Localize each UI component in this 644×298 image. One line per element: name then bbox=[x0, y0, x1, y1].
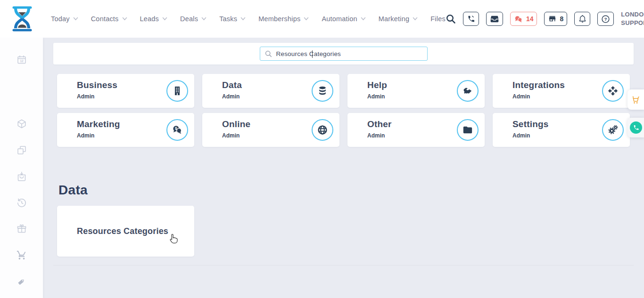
card-integrations[interactable]: Integrations Admin bbox=[493, 74, 630, 108]
cart-side-tab[interactable] bbox=[627, 89, 644, 110]
nav-label: Marketing bbox=[379, 15, 409, 23]
text-caret bbox=[312, 50, 313, 58]
nav-label: Leads bbox=[140, 15, 159, 23]
app-window: Today Contacts Leads Deals Tasks Members… bbox=[0, 0, 644, 298]
main-nav: Today Contacts Leads Deals Tasks Members… bbox=[51, 15, 446, 23]
card-help[interactable]: Help Admin bbox=[347, 74, 485, 108]
hourglass-logo[interactable] bbox=[11, 6, 33, 32]
card-title: Other bbox=[367, 119, 392, 129]
store-count-badge: 8 bbox=[560, 15, 563, 23]
nav-label: Contacts bbox=[91, 15, 119, 23]
resources-categories-card[interactable]: Resources Categories bbox=[57, 206, 194, 257]
nav-label: Automation bbox=[322, 15, 357, 23]
card-subtitle: Admin bbox=[512, 93, 530, 100]
handshake-icon bbox=[457, 80, 479, 102]
card-online[interactable]: Online Admin bbox=[202, 113, 339, 147]
card-other[interactable]: Other Admin bbox=[347, 113, 485, 147]
card-title: Business bbox=[77, 80, 117, 90]
chevron-down-icon bbox=[201, 17, 206, 21]
cube-icon[interactable] bbox=[17, 119, 27, 129]
top-header: Today Contacts Leads Deals Tasks Members… bbox=[0, 0, 644, 38]
phone-icon bbox=[467, 15, 475, 23]
chevron-down-icon bbox=[73, 17, 78, 21]
nav-item-marketing[interactable]: Marketing bbox=[379, 15, 418, 23]
comments-dollar-icon: $ bbox=[166, 119, 188, 141]
search-input-value: Resources Categories bbox=[276, 50, 341, 57]
tag-icon[interactable] bbox=[17, 276, 27, 287]
card-title: Settings bbox=[512, 119, 549, 129]
whatsapp-side-tab[interactable] bbox=[627, 118, 644, 137]
chevron-down-icon bbox=[122, 17, 127, 21]
move-arrows-icon bbox=[602, 80, 624, 102]
help-button[interactable]: ? bbox=[597, 12, 614, 26]
left-sidebar: 12 bbox=[0, 38, 43, 298]
gift-icon[interactable] bbox=[17, 224, 27, 234]
bag-import-icon[interactable] bbox=[17, 171, 27, 182]
svg-text:?: ? bbox=[604, 16, 607, 21]
search-icon[interactable] bbox=[446, 14, 456, 24]
cart-icon[interactable] bbox=[17, 250, 27, 260]
data-section-title: Data bbox=[58, 183, 88, 198]
card-title: Integrations bbox=[512, 80, 565, 90]
nav-label: Deals bbox=[180, 15, 198, 23]
card-subtitle: Admin bbox=[367, 132, 385, 139]
nav-label: Today bbox=[51, 15, 70, 23]
nav-label: Tasks bbox=[219, 15, 237, 23]
history-icon[interactable] bbox=[17, 198, 27, 208]
nav-item-contacts[interactable]: Contacts bbox=[91, 15, 127, 23]
search-bar-card: Resources Categories bbox=[53, 43, 634, 64]
nav-item-files[interactable]: Files bbox=[430, 15, 446, 23]
folder-icon bbox=[457, 119, 479, 141]
card-subtitle: Admin bbox=[222, 132, 239, 139]
messages-button[interactable]: 14 bbox=[510, 12, 537, 26]
card-subtitle: Admin bbox=[77, 132, 94, 139]
chat-bubbles-icon bbox=[514, 15, 523, 23]
messages-count-badge: 14 bbox=[526, 15, 534, 23]
main-content: Resources Categories Business Admin bbox=[43, 38, 644, 298]
nav-item-leads[interactable]: Leads bbox=[140, 15, 168, 23]
nav-label: Memberships bbox=[258, 15, 300, 23]
chevron-down-icon bbox=[361, 17, 366, 21]
whatsapp-phone-icon bbox=[630, 121, 642, 134]
card-subtitle: Admin bbox=[77, 93, 94, 100]
question-circle-icon: ? bbox=[601, 15, 610, 24]
phone-button[interactable] bbox=[463, 12, 479, 26]
calendar-icon[interactable]: 12 bbox=[17, 55, 27, 65]
admin-cards-grid: Business Admin Data Ad bbox=[57, 74, 630, 147]
resources-search-input[interactable]: Resources Categories bbox=[260, 47, 428, 61]
globe-icon bbox=[312, 119, 333, 141]
resource-card-label: Resources Categories bbox=[77, 226, 168, 236]
storefront-icon bbox=[548, 15, 557, 23]
card-subtitle: Admin bbox=[367, 93, 385, 100]
chevron-down-icon bbox=[240, 17, 246, 21]
chevron-down-icon bbox=[162, 17, 167, 21]
database-icon bbox=[312, 80, 333, 102]
nav-label: Files bbox=[430, 15, 446, 23]
card-title: Help bbox=[367, 80, 387, 90]
card-business[interactable]: Business Admin bbox=[57, 74, 194, 108]
nav-item-memberships[interactable]: Memberships bbox=[258, 15, 309, 23]
store-button[interactable]: 8 bbox=[544, 12, 567, 26]
card-title: Marketing bbox=[77, 119, 120, 129]
nav-item-tasks[interactable]: Tasks bbox=[219, 15, 246, 23]
header-actions: 14 8 ? LONDON bbox=[446, 10, 644, 27]
gears-icon bbox=[602, 119, 624, 141]
cart-icon bbox=[631, 95, 641, 105]
pages-icon[interactable] bbox=[17, 145, 27, 155]
card-marketing[interactable]: Marketing Admin $ bbox=[57, 113, 194, 147]
svg-text:$: $ bbox=[175, 126, 177, 131]
svg-text:12: 12 bbox=[20, 59, 24, 63]
bell-icon bbox=[578, 15, 586, 24]
notifications-button[interactable] bbox=[574, 12, 590, 26]
nav-item-today[interactable]: Today bbox=[51, 15, 78, 23]
card-subtitle: Admin bbox=[222, 93, 239, 100]
nav-item-automation[interactable]: Automation bbox=[322, 15, 365, 23]
card-data[interactable]: Data Admin bbox=[202, 74, 339, 108]
chevron-down-icon bbox=[413, 17, 418, 21]
account-name: LONDON SUPPORT bbox=[621, 10, 644, 27]
card-subtitle: Admin bbox=[512, 132, 530, 139]
building-icon bbox=[166, 80, 188, 102]
card-settings[interactable]: Settings Admin bbox=[493, 113, 630, 147]
nav-item-deals[interactable]: Deals bbox=[180, 15, 206, 23]
inbox-button[interactable] bbox=[486, 12, 503, 26]
